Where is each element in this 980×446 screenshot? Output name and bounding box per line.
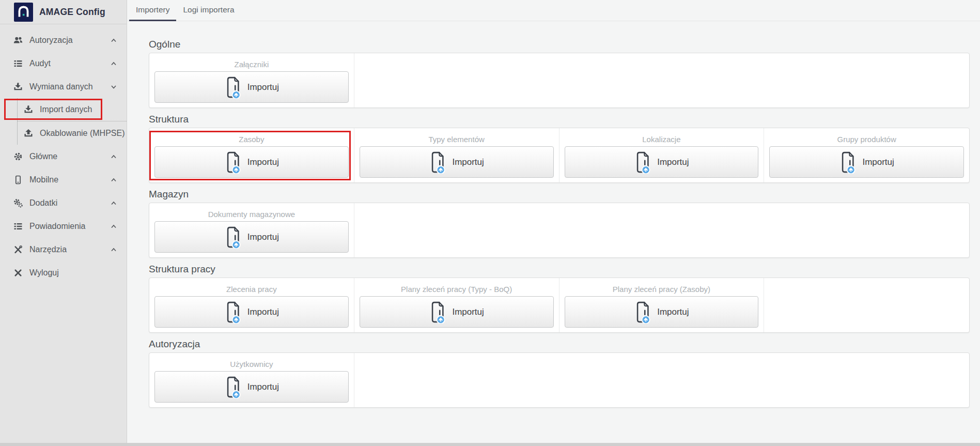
card-label: Grupy produktów <box>837 135 896 144</box>
importuj-button-label: Importuj <box>452 307 484 317</box>
tab-bar: ImporteryLogi importera <box>128 0 980 21</box>
import-card-lokalizacje: LokalizacjeImportuj <box>559 128 765 182</box>
sidebar-item-glowne[interactable]: Główne <box>0 145 127 168</box>
sidebar-submenu: Import danychOkablowanie (MHPSE) <box>17 98 127 145</box>
tab-logi-importera[interactable]: Logi importera <box>176 0 241 21</box>
importuj-button-label: Importuj <box>247 82 279 93</box>
download-tray-icon <box>24 105 33 114</box>
sidebar-item-powiadomienia[interactable]: Powiadomienia <box>0 214 127 238</box>
sidebar-item-label: Wymiana danych <box>29 82 103 91</box>
import-card-plany-zlecen-pracy-typy-boq: Plany zleceń pracy (Typy - BoQ)Importuj <box>354 278 559 332</box>
sidebar-item-label: Autoryzacja <box>29 36 103 45</box>
section-autoryzacja: AutoryzacjaUżytkownicyImportuj <box>149 339 970 408</box>
gear-icon <box>13 152 23 161</box>
importuj-button-label: Importuj <box>452 157 484 167</box>
horizontal-scrollbar[interactable] <box>0 443 980 446</box>
section-title: Ogólne <box>149 39 970 50</box>
card-label: Plany zleceń pracy (Zasoby) <box>613 285 710 294</box>
section-card-row: Zlecenia pracyImportujPlany zleceń pracy… <box>149 278 970 333</box>
sidebar-item-narzedzia[interactable]: Narzędzia <box>0 238 127 261</box>
chevron-up-icon <box>110 223 117 230</box>
sidebar-item-import-danych[interactable]: Import danych <box>18 98 127 121</box>
amage-logo-icon <box>14 3 33 22</box>
section-title: Struktura pracy <box>149 264 970 275</box>
file-import-icon <box>224 226 242 249</box>
import-card-zalaczniki: ZałącznikiImportuj <box>149 53 354 107</box>
sidebar-item-label: Audyt <box>29 59 103 68</box>
card-label: Załączniki <box>235 60 269 69</box>
chevron-down-icon <box>110 83 117 90</box>
section-struktura-pracy: Struktura pracyZlecenia pracyImportujPla… <box>149 264 970 333</box>
importuj-button-dokumenty-magazynowe[interactable]: Importuj <box>154 221 349 253</box>
importuj-button-plany-zlecen-pracy-typy-boq[interactable]: Importuj <box>360 296 554 328</box>
importuj-button-label: Importuj <box>247 157 279 167</box>
importuj-button-zlecenia-pracy[interactable]: Importuj <box>154 296 349 328</box>
card-label: Użytkownicy <box>230 360 273 368</box>
importuj-button-uzytkownicy[interactable]: Importuj <box>154 371 349 403</box>
close-icon <box>13 268 23 278</box>
section-title: Autoryzacja <box>149 339 970 350</box>
import-card-grupy-produktow: Grupy produktówImportuj <box>764 128 969 182</box>
download-tray-icon <box>13 82 23 91</box>
section-card-row: Dokumenty magazynoweImportuj <box>149 203 970 258</box>
card-label: Typy elementów <box>428 135 484 144</box>
tab-label: Logi importera <box>183 5 234 14</box>
sidebar-menu: AutoryzacjaAudytWymiana danychImport dan… <box>0 24 127 284</box>
chevron-up-icon <box>110 199 117 207</box>
section-card-row: ZasobyImportujTypy elementówImportujLoka… <box>149 128 970 183</box>
importuj-button-label: Importuj <box>247 382 279 392</box>
file-import-icon <box>224 301 242 324</box>
section-card-row: ZałącznikiImportuj <box>149 53 970 108</box>
chevron-up-icon <box>110 60 117 67</box>
file-import-icon <box>429 301 446 324</box>
section-struktura: StrukturaZasobyImportujTypy elementówImp… <box>149 114 970 183</box>
tab-importery[interactable]: Importery <box>129 0 176 21</box>
sidebar-item-label: Główne <box>29 152 103 161</box>
sidebar-item-label: Wyloguj <box>29 268 117 278</box>
file-import-icon <box>429 151 446 174</box>
chevron-up-icon <box>110 176 117 183</box>
section-title: Struktura <box>149 114 970 125</box>
file-import-icon <box>224 76 242 99</box>
import-card-zasoby: ZasobyImportuj <box>149 128 354 182</box>
importuj-button-lokalizacje[interactable]: Importuj <box>565 146 759 178</box>
importuj-button-typy-elementow[interactable]: Importuj <box>360 146 554 178</box>
sidebar-item-wymiana-danych[interactable]: Wymiana danych <box>0 75 127 98</box>
importuj-button-label: Importuj <box>247 232 279 242</box>
users-icon <box>13 36 23 45</box>
importuj-button-label: Importuj <box>247 307 279 317</box>
importuj-button-plany-zlecen-pracy-zasoby[interactable]: Importuj <box>565 296 759 328</box>
sidebar-item-label: Narzędzia <box>29 245 103 254</box>
sidebar-item-audyt[interactable]: Audyt <box>0 52 127 75</box>
sidebar-item-dodatki[interactable]: Dodatki <box>0 191 127 214</box>
section-magazyn: MagazynDokumenty magazynoweImportuj <box>149 189 970 258</box>
chevron-up-icon <box>110 246 117 253</box>
sidebar-item-label: Powiadomienia <box>29 222 103 231</box>
sidebar-item-wyloguj[interactable]: Wyloguj <box>0 261 127 284</box>
importuj-button-zasoby[interactable]: Importuj <box>154 146 349 178</box>
import-card-plany-zlecen-pracy-zasoby: Plany zleceń pracy (Zasoby)Importuj <box>559 278 765 332</box>
sidebar-item-autoryzacja[interactable]: Autoryzacja <box>0 28 127 52</box>
tab-label: Importery <box>136 5 169 14</box>
file-import-icon <box>224 376 242 398</box>
sidebar-header: AMAGE Config <box>0 0 127 24</box>
importuj-button-label: Importuj <box>657 307 689 317</box>
importuj-button-label: Importuj <box>657 157 689 167</box>
sidebar: AMAGE Config AutoryzacjaAudytWymiana dan… <box>0 0 127 443</box>
sidebar-item-okablowanie-mhpse[interactable]: Okablowanie (MHPSE) <box>18 121 127 145</box>
import-card-dokumenty-magazynowe: Dokumenty magazynoweImportuj <box>149 203 354 257</box>
sidebar-item-label: Dodatki <box>29 198 103 208</box>
import-card-typy-elementow: Typy elementówImportuj <box>354 128 559 182</box>
list-icon <box>13 222 23 231</box>
content-area: OgólneZałącznikiImportujStrukturaZasobyI… <box>128 21 980 408</box>
file-import-icon <box>224 151 242 174</box>
chevron-up-icon <box>110 153 117 160</box>
file-import-icon <box>839 151 857 174</box>
importuj-button-zalaczniki[interactable]: Importuj <box>154 71 349 103</box>
app-title: AMAGE Config <box>39 7 105 18</box>
sidebar-item-mobilne[interactable]: Mobilne <box>0 168 127 191</box>
file-import-icon <box>634 151 651 174</box>
main-area: ImporteryLogi importera OgólneZałączniki… <box>128 0 980 443</box>
importuj-button-grupy-produktow[interactable]: Importuj <box>769 146 964 178</box>
section-title: Magazyn <box>149 189 970 200</box>
